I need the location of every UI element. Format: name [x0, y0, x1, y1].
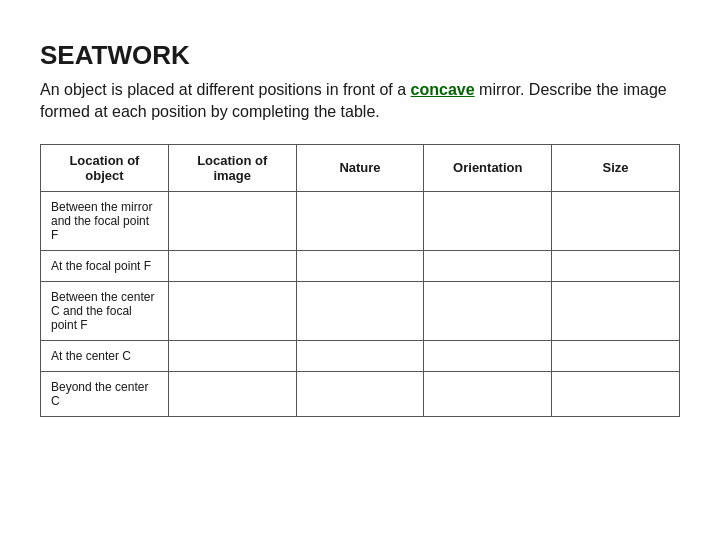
cell-row2-col0: Between the center C and the focal point… [41, 281, 169, 340]
cell-row0-col0: Between the mirror and the focal point F [41, 191, 169, 250]
cell-row3-col4 [552, 340, 680, 371]
header-location-image: Location of image [168, 144, 296, 191]
cell-row1-col1 [168, 250, 296, 281]
cell-row3-col2 [296, 340, 424, 371]
subtitle-part1: An object is placed at different positio… [40, 81, 411, 98]
table-row: Between the center C and the focal point… [41, 281, 680, 340]
cell-row0-col3 [424, 191, 552, 250]
cell-row0-col4 [552, 191, 680, 250]
cell-row3-col0: At the center C [41, 340, 169, 371]
cell-row0-col2 [296, 191, 424, 250]
page: SEATWORK An object is placed at differen… [0, 0, 720, 540]
cell-row4-col4 [552, 371, 680, 416]
header-size: Size [552, 144, 680, 191]
cell-row1-col0: At the focal point F [41, 250, 169, 281]
cell-row2-col2 [296, 281, 424, 340]
subtitle-highlight: concave [411, 81, 475, 98]
table-header-row: Location of object Location of image Nat… [41, 144, 680, 191]
table-row: Beyond the center C [41, 371, 680, 416]
cell-row1-col3 [424, 250, 552, 281]
cell-row2-col1 [168, 281, 296, 340]
table-row: At the center C [41, 340, 680, 371]
cell-row3-col1 [168, 340, 296, 371]
header-location-object: Location of object [41, 144, 169, 191]
cell-row3-col3 [424, 340, 552, 371]
cell-row0-col1 [168, 191, 296, 250]
cell-row1-col4 [552, 250, 680, 281]
cell-row4-col0: Beyond the center C [41, 371, 169, 416]
table-row: Between the mirror and the focal point F [41, 191, 680, 250]
table-row: At the focal point F [41, 250, 680, 281]
cell-row2-col4 [552, 281, 680, 340]
cell-row4-col3 [424, 371, 552, 416]
cell-row4-col1 [168, 371, 296, 416]
page-title: SEATWORK [40, 40, 680, 71]
header-orientation: Orientation [424, 144, 552, 191]
cell-row2-col3 [424, 281, 552, 340]
header-nature: Nature [296, 144, 424, 191]
cell-row4-col2 [296, 371, 424, 416]
seatwork-table: Location of object Location of image Nat… [40, 144, 680, 417]
cell-row1-col2 [296, 250, 424, 281]
subtitle: An object is placed at different positio… [40, 79, 680, 124]
